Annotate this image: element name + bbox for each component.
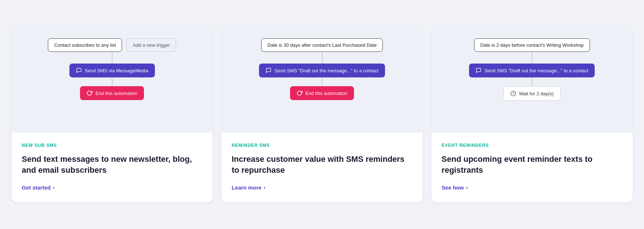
- chevron-icon-1: ›: [53, 184, 55, 190]
- action-purple-3: Send SMS "Draft out the message..." to a…: [469, 64, 595, 77]
- card-link-1[interactable]: Get started ›: [22, 184, 203, 191]
- category-label-1: NEW SUB SMS: [22, 143, 203, 148]
- card-content-3: EVENT REMINDERS Send upcoming event remi…: [431, 133, 633, 202]
- trigger-box-1: Contact subscribes to any list: [48, 38, 122, 52]
- action-label-3: Send SMS "Draft out the message..." to a…: [274, 68, 378, 73]
- action-purple-2: Send SMS "Draft out the message..." to a…: [259, 64, 385, 77]
- action-label-2: End this automation: [95, 91, 137, 96]
- action-label-6: Wait for 2 day(s): [519, 91, 554, 96]
- cards-container: Contact subscribes to any list Add a new…: [12, 27, 633, 202]
- card-link-3[interactable]: See how ›: [442, 184, 622, 191]
- card-title-1: Send text messages to new newsletter, bl…: [22, 154, 203, 175]
- refresh-icon: [87, 90, 92, 96]
- card-diagram-2: Date is 30 days after contact's Last Pur…: [221, 27, 423, 133]
- sms-icon: [76, 68, 82, 73]
- trigger-box-3: Date is 2 days before contact's Writing …: [474, 38, 590, 52]
- card-new-sub-sms: Contact subscribes to any list Add a new…: [12, 27, 213, 202]
- action-purple-1: Send SMS via MessageMedia: [69, 64, 155, 77]
- trigger-box-2: Date is 30 days after contact's Last Pur…: [261, 38, 383, 52]
- card-content-1: NEW SUB SMS Send text messages to new ne…: [12, 133, 213, 202]
- card-diagram-1: Contact subscribes to any list Add a new…: [12, 27, 213, 133]
- chevron-icon-3: ›: [466, 184, 468, 190]
- action-label-4: End this automation: [305, 91, 347, 96]
- card-content-2: REMINDER SMS Increase customer value wit…: [221, 133, 423, 202]
- category-label-2: REMINDER SMS: [232, 143, 412, 148]
- sms-icon-3: [476, 68, 481, 73]
- card-link-2[interactable]: Learn more ›: [232, 184, 412, 191]
- refresh-icon-2: [297, 90, 302, 96]
- sms-icon-2: [266, 68, 271, 73]
- card-title-3: Send upcoming event reminder texts to re…: [442, 154, 622, 175]
- action-white-3: Wait for 2 day(s): [503, 86, 561, 101]
- card-reminder-sms: Date is 30 days after contact's Last Pur…: [221, 27, 423, 202]
- card-title-2: Increase customer value with SMS reminde…: [232, 154, 412, 175]
- trigger-box-dashed-1: Add a new trigger: [126, 38, 176, 52]
- chevron-icon-2: ›: [264, 184, 266, 190]
- card-diagram-3: Date is 2 days before contact's Writing …: [431, 27, 633, 133]
- link-label-2: Learn more: [232, 184, 262, 191]
- action-label-1: Send SMS via MessageMedia: [85, 68, 148, 73]
- link-label-1: Get started: [22, 184, 51, 191]
- action-label-5: Send SMS "Draft out the message..." to a…: [484, 68, 588, 73]
- action-red-2: End this automation: [290, 86, 354, 100]
- link-label-3: See how: [442, 184, 464, 191]
- action-red-1: End this automation: [80, 86, 144, 100]
- clock-icon: [510, 91, 516, 96]
- category-label-3: EVENT REMINDERS: [442, 143, 622, 148]
- card-event-reminders: Date is 2 days before contact's Writing …: [431, 27, 633, 202]
